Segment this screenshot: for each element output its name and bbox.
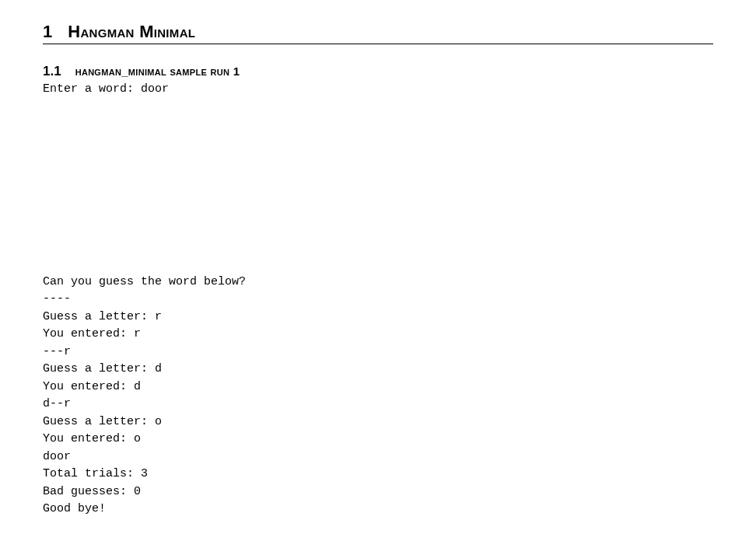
section-title: Hangman Minimal xyxy=(68,23,195,40)
subsection-heading: 1.1 hangman_minimal sample run 1 xyxy=(43,65,713,78)
section-heading: 1 Hangman Minimal xyxy=(43,23,713,44)
section-number: 1 xyxy=(43,23,52,40)
subsection-number: 1.1 xyxy=(43,65,61,78)
subsection-title: hangman_minimal sample run 1 xyxy=(75,65,240,77)
sample-run-output: Enter a word: door Can you guess the wor… xyxy=(43,81,713,518)
